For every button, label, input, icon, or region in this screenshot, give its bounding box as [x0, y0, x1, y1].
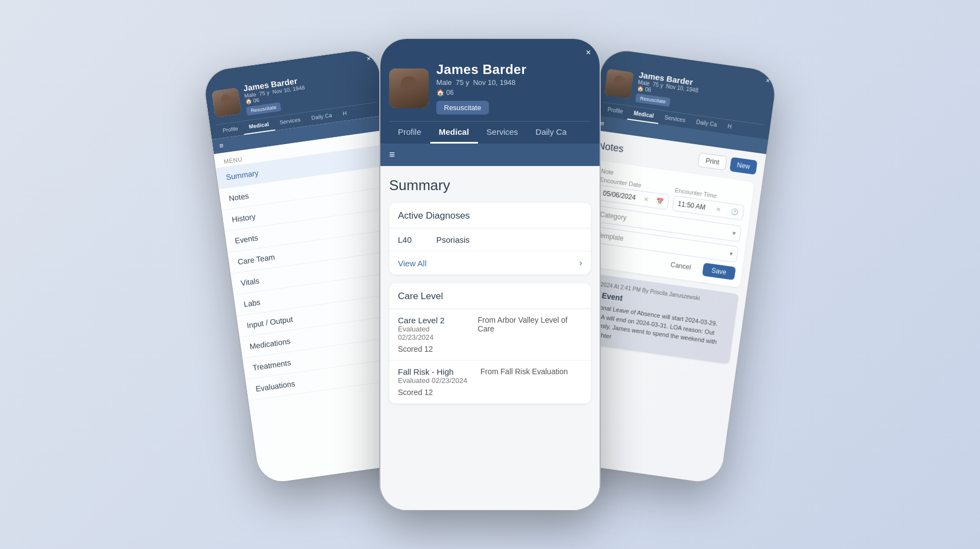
print-button[interactable]: Print — [698, 152, 727, 170]
save-button[interactable]: Save — [702, 262, 736, 280]
diag-name-0: Psoriasis — [436, 235, 470, 244]
avatar-center — [389, 68, 429, 108]
care-level-sub-0: Evaluated 02/23/2024 — [398, 325, 465, 341]
calendar-icon[interactable]: 📅 — [656, 197, 664, 205]
chevron-right-icon-view-all: › — [579, 258, 582, 268]
patient-details-left: James Barder Male 75 y Nov 10, 1948 🏠 06… — [243, 75, 307, 116]
patient-meta-center: Male 75 y Nov 10, 1948 — [436, 78, 527, 87]
tab-h-left[interactable]: H — [337, 106, 353, 122]
care-level-from-1: From Fall Risk Evaluation — [481, 367, 568, 385]
care-level-score-1: Scored 12 — [398, 388, 582, 397]
tab-services-center[interactable]: Services — [478, 122, 527, 144]
center-phone-header: × James Barder Male 75 y Nov 10, 1948 🏠 … — [380, 39, 600, 144]
tab-medical-center[interactable]: Medical — [430, 122, 478, 144]
care-level-title: Care Level — [398, 291, 582, 302]
patient-name-center: James Barder — [436, 62, 527, 77]
care-level-top-0: Care Level 2 Evaluated 02/23/2024 From A… — [398, 316, 582, 341]
notes-buttons: Print New — [698, 152, 757, 175]
care-level-card: Care Level Care Level 2 Evaluated 02/23/… — [389, 283, 591, 404]
resuscitate-btn-center[interactable]: Resuscitate — [436, 101, 489, 115]
resuscitate-btn-left[interactable]: Resuscitate — [246, 102, 282, 116]
patient-code-center: 🏠 06 — [436, 89, 527, 96]
phone-center: × James Barder Male 75 y Nov 10, 1948 🏠 … — [380, 39, 600, 510]
cancel-button[interactable]: Cancel — [662, 257, 699, 275]
avatar-left — [212, 88, 241, 117]
center-phone-body: Summary Active Diagnoses L40 Psoriasis V… — [380, 166, 600, 510]
hamburger-icon-center[interactable]: ≡ — [389, 149, 395, 161]
care-level-top-1: Fall Risk - High Evaluated 02/23/2024 Fr… — [398, 367, 582, 385]
diag-code-0: L40 — [398, 235, 425, 244]
resuscitate-btn-right[interactable]: Resuscitate — [635, 93, 671, 107]
clear-time-icon[interactable]: ✕ — [715, 205, 721, 213]
chevron-down-icon-template: ▾ — [729, 250, 733, 258]
active-diagnoses-title: Active Diagnoses — [398, 210, 582, 221]
summary-title: Summary — [389, 177, 591, 194]
care-level-title-0: Care Level 2 — [398, 316, 465, 325]
care-level-score-0: Scored 12 — [398, 345, 582, 353]
avatar-right — [604, 68, 634, 98]
active-diagnoses-header: Active Diagnoses — [389, 203, 591, 228]
chevron-down-icon-category: ▾ — [732, 229, 736, 237]
scene: × James Barder Male 75 y Nov 10, 1948 🏠 … — [0, 0, 980, 549]
care-level-from-0: From Arbor Valley Level of Care — [478, 316, 582, 341]
care-level-title-1: Fall Risk - High — [398, 367, 468, 376]
sub-header-center: ≡ — [380, 144, 600, 166]
close-button-center[interactable]: × — [389, 48, 591, 58]
diagnosis-row-0: L40 Psoriasis — [389, 228, 591, 251]
care-level-item-1: Fall Risk - High Evaluated 02/23/2024 Fr… — [389, 361, 591, 404]
active-diagnoses-card: Active Diagnoses L40 Psoriasis View All … — [389, 203, 591, 274]
clock-icon[interactable]: 🕐 — [731, 208, 739, 216]
hamburger-icon-right[interactable]: ≡ — [600, 119, 605, 128]
new-note-button[interactable]: New — [730, 157, 757, 175]
note-form-card: Note Encounter Date 05/06/2024 ✕ 📅 Encou… — [581, 160, 754, 288]
clear-date-icon[interactable]: ✕ — [643, 195, 649, 203]
view-all-text: View All — [398, 259, 426, 268]
view-all-row[interactable]: View All › — [389, 251, 591, 274]
hamburger-icon-left[interactable]: ≡ — [219, 141, 224, 150]
tab-h-right[interactable]: H — [721, 119, 738, 135]
nav-tabs-center: Profile Medical Services Daily Ca — [389, 121, 591, 144]
care-level-sub-1: Evaluated 02/23/2024 — [398, 376, 468, 385]
patient-details-center: James Barder Male 75 y Nov 10, 1948 🏠 06… — [436, 62, 527, 115]
patient-info-center: James Barder Male 75 y Nov 10, 1948 🏠 06… — [389, 62, 591, 115]
care-level-header: Care Level — [389, 283, 591, 309]
tab-daily-care-center[interactable]: Daily Ca — [527, 122, 576, 144]
notes-title: Notes — [597, 140, 624, 155]
main-content-center: Summary Active Diagnoses L40 Psoriasis V… — [380, 166, 600, 510]
tab-profile-center[interactable]: Profile — [389, 122, 430, 144]
care-level-item-0: Care Level 2 Evaluated 02/23/2024 From A… — [389, 309, 591, 361]
patient-details-right: James Barder Male 75 y Nov 10, 1948 🏠 06… — [635, 70, 700, 111]
